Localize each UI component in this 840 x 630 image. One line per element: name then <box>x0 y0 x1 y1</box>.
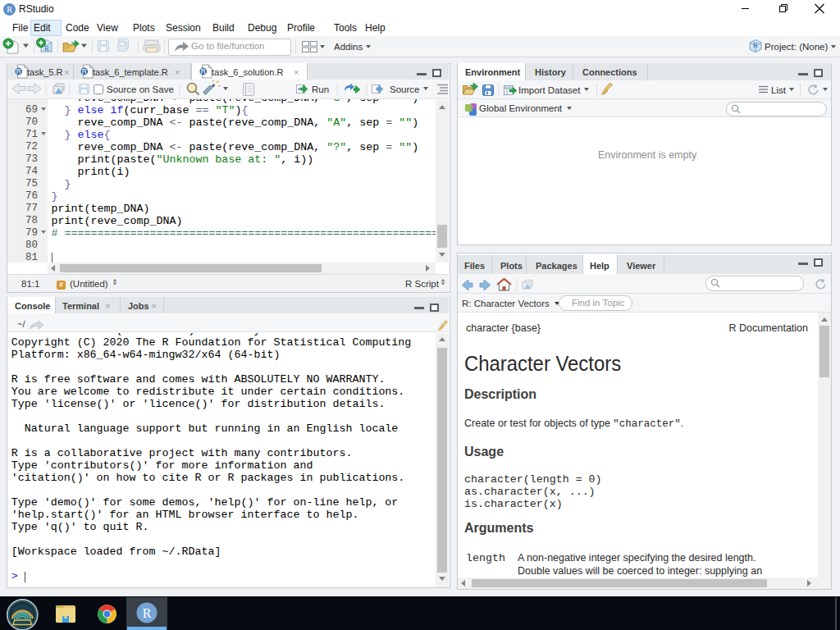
svg-text:R: R <box>143 606 152 620</box>
svg-text:R: R <box>753 41 758 49</box>
svg-text:R: R <box>16 67 21 75</box>
